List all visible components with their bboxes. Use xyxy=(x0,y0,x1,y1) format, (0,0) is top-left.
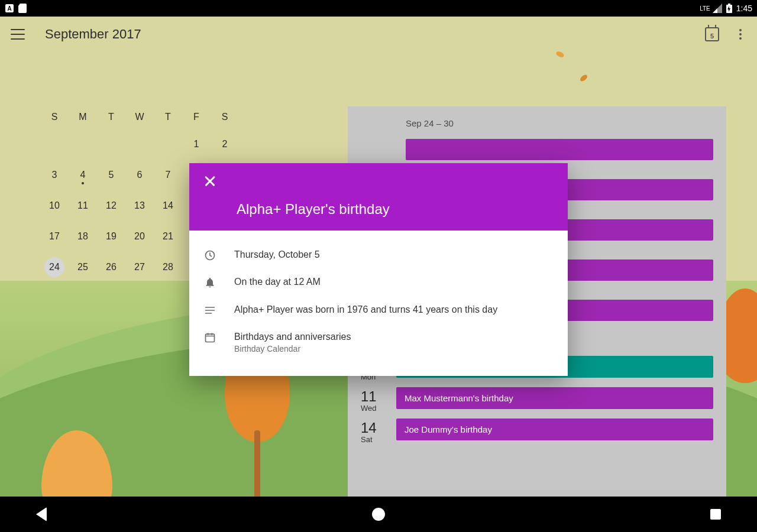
signal-icon xyxy=(713,4,722,13)
agenda-week-header: Sep 24 – 30 xyxy=(406,118,713,128)
svg-rect-3 xyxy=(206,334,215,342)
calendar-day-cell[interactable]: 21 xyxy=(154,221,182,252)
status-bar: A LTE 1:45 xyxy=(0,0,757,17)
calendar-day-cell xyxy=(154,129,182,160)
calendar-day-cell[interactable]: 20 xyxy=(125,221,154,252)
calendar-day-cell xyxy=(40,129,69,160)
calendar-day-cell[interactable]: 13 xyxy=(125,190,154,221)
calendar-day-cell[interactable]: 1 xyxy=(182,129,211,160)
event-description-text: Alpha+ Player was born in 1976 and turns… xyxy=(234,303,497,316)
agenda-day: 11WedMax Mustermann's birthday xyxy=(361,387,713,413)
event-description-row: Alpha+ Player was born in 1976 and turns… xyxy=(203,296,554,323)
illustration-leaf xyxy=(579,73,588,82)
calendar-day-cell[interactable]: 14 xyxy=(154,190,182,221)
network-lte-label: LTE xyxy=(700,5,710,12)
calendar-day-cell[interactable]: 19 xyxy=(97,221,125,252)
calendar-day-cell[interactable]: 28 xyxy=(154,252,182,283)
battery-charging-icon xyxy=(724,4,734,13)
calendar-day-cell[interactable]: 26 xyxy=(97,252,125,283)
system-nav-bar xyxy=(0,497,757,532)
calendar-day-cell xyxy=(125,129,154,160)
calendar-day-cell[interactable]: 6 xyxy=(125,160,154,190)
event-reminder-row: On the day at 12 AM xyxy=(203,268,554,296)
weekday-header: M xyxy=(69,105,97,129)
event-date-row: Thursday, October 5 xyxy=(203,241,554,268)
weekday-header: S xyxy=(40,105,69,129)
menu-icon[interactable] xyxy=(11,29,25,40)
calendar-icon xyxy=(203,330,216,343)
calendar-day-cell[interactable]: 12 xyxy=(97,190,125,221)
calendar-day-cell[interactable]: 17 xyxy=(40,221,69,252)
back-button[interactable] xyxy=(24,497,59,532)
illustration-tree xyxy=(41,430,112,497)
calendar-day-cell[interactable]: 27 xyxy=(125,252,154,283)
weekday-header: S xyxy=(211,105,239,129)
recents-button[interactable] xyxy=(698,497,733,532)
calendar-day-cell xyxy=(97,129,125,160)
calendar-app: September 2017 5 SMTWTFS1234567891011121… xyxy=(0,17,757,497)
today-icon[interactable]: 5 xyxy=(705,27,719,41)
sd-card-icon xyxy=(18,4,27,13)
event-chip[interactable]: Joe Dummy's birthday xyxy=(396,419,713,440)
event-date-text: Thursday, October 5 xyxy=(234,248,320,261)
weekday-header: F xyxy=(182,105,211,129)
keyboard-icon: A xyxy=(5,4,14,13)
event-reminder-text: On the day at 12 AM xyxy=(234,275,321,288)
sheet-header: Alpha+ Player's birthday xyxy=(189,163,568,231)
bell-icon xyxy=(203,275,216,288)
event-calendar-name: Birthdays and anniversaries xyxy=(234,330,351,343)
event-detail-sheet: Alpha+ Player's birthday Thursday, Octob… xyxy=(189,163,568,376)
svg-rect-1 xyxy=(728,4,730,5)
app-toolbar: September 2017 5 xyxy=(0,17,757,52)
weekday-header: T xyxy=(154,105,182,129)
calendar-day-cell[interactable]: 2 xyxy=(211,129,239,160)
home-button[interactable] xyxy=(361,497,396,532)
event-chip[interactable] xyxy=(406,139,713,160)
calendar-day-cell xyxy=(69,129,97,160)
calendar-day-cell[interactable]: 7 xyxy=(154,160,182,190)
clock-label: 1:45 xyxy=(736,4,752,13)
event-title: Alpha+ Player's birthday xyxy=(203,201,554,218)
calendar-day-cell[interactable]: 24 xyxy=(40,252,69,283)
calendar-day-cell[interactable]: 10 xyxy=(40,190,69,221)
agenda-date[interactable]: 11Wed xyxy=(361,387,396,413)
event-chip[interactable]: Max Mustermann's birthday xyxy=(396,387,713,409)
calendar-day-cell[interactable]: 3 xyxy=(40,160,69,190)
notes-icon xyxy=(203,303,216,316)
overflow-menu-icon[interactable] xyxy=(735,24,746,44)
event-calendar-row: Birthdays and anniversaries Birthday Cal… xyxy=(203,323,554,360)
clock-icon xyxy=(203,248,216,261)
agenda-day: 14SatJoe Dummy's birthday xyxy=(361,419,713,444)
calendar-day-cell[interactable]: 18 xyxy=(69,221,97,252)
weekday-header: T xyxy=(97,105,125,129)
calendar-day-cell[interactable]: 5 xyxy=(97,160,125,190)
calendar-day-cell[interactable]: 11 xyxy=(69,190,97,221)
calendar-day-cell[interactable]: 4 xyxy=(69,160,97,190)
close-icon[interactable] xyxy=(203,174,218,188)
event-calendar-sub: Birthday Calendar xyxy=(234,344,351,353)
page-title[interactable]: September 2017 xyxy=(45,27,141,42)
agenda-date[interactable]: 14Sat xyxy=(361,419,396,444)
weekday-header: W xyxy=(125,105,154,129)
calendar-day-cell[interactable]: 25 xyxy=(69,252,97,283)
